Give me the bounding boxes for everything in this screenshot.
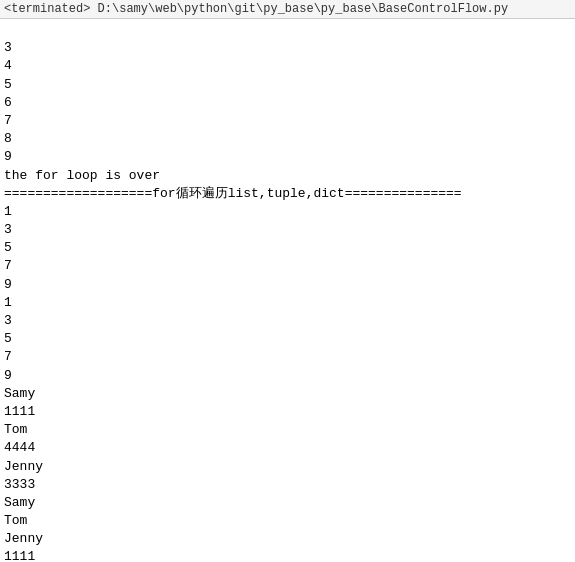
console-line: 4444: [4, 439, 571, 457]
console-line: 3: [4, 39, 571, 57]
console-line: 5: [4, 330, 571, 348]
console-line: 3: [4, 221, 571, 239]
console-line: 7: [4, 112, 571, 130]
console-line: Samy: [4, 385, 571, 403]
title-bar: <terminated> D:\samy\web\python\git\py_b…: [0, 0, 575, 19]
console-line: Jenny: [4, 458, 571, 476]
console-line: the for loop is over: [4, 167, 571, 185]
console-output: 3456789the for loop is over=============…: [0, 19, 575, 562]
console-line: 1: [4, 294, 571, 312]
console-line: 7: [4, 348, 571, 366]
console-line: 9: [4, 276, 571, 294]
console-line: ===================for循环遍历list,tuple,dic…: [4, 185, 571, 203]
console-line: 1111: [4, 403, 571, 421]
console-line: 6: [4, 94, 571, 112]
console-line: 5: [4, 239, 571, 257]
console-line: Samy: [4, 494, 571, 512]
console-line: 9: [4, 367, 571, 385]
console-line: 3: [4, 312, 571, 330]
console-line: 1111: [4, 548, 571, 562]
console-line: Jenny: [4, 530, 571, 548]
console-line: 3333: [4, 476, 571, 494]
console-line: 5: [4, 76, 571, 94]
console-line: 7: [4, 257, 571, 275]
console-line: 4: [4, 57, 571, 75]
console-line: Tom: [4, 421, 571, 439]
console-line: 8: [4, 130, 571, 148]
console-line: 1: [4, 203, 571, 221]
console-line: Tom: [4, 512, 571, 530]
title-text: <terminated> D:\samy\web\python\git\py_b…: [4, 2, 508, 16]
console-line: 9: [4, 148, 571, 166]
